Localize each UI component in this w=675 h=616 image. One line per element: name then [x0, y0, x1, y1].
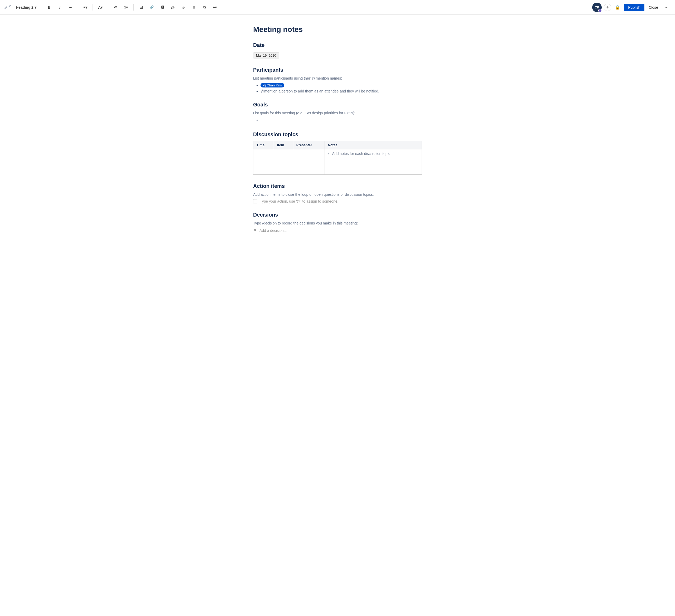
plus-chevron-icon: ▾ — [215, 5, 217, 9]
table-header-row: Time Item Presenter Notes — [253, 141, 422, 149]
col-time: Time — [253, 141, 274, 149]
toolbar-right: CK + 🔒 Publish Close ··· — [592, 3, 671, 12]
separator-3 — [92, 4, 93, 10]
add-collaborator-button[interactable]: + — [604, 4, 611, 11]
close-button[interactable]: Close — [647, 4, 660, 11]
table-row: Add notes for each discussion topic — [253, 149, 422, 162]
image-button[interactable]: 🖼 — [158, 3, 166, 12]
table-icon: ⊞ — [193, 5, 196, 9]
color-icon: A — [98, 5, 101, 9]
separator-4 — [108, 4, 108, 10]
align-icon: ≡ — [83, 5, 85, 9]
layout-button[interactable]: ⧉ — [200, 3, 209, 12]
text-color-button[interactable]: A ▾ — [96, 3, 105, 12]
table-button[interactable]: ⊞ — [190, 3, 198, 12]
discussion-heading: Discussion topics — [253, 131, 422, 138]
list-item: @Chan Kim — [260, 83, 422, 87]
more-format-icon: ··· — [69, 5, 72, 9]
decision-row: ⚑ Add a decision... — [253, 228, 422, 233]
cell-item-2[interactable] — [274, 162, 293, 175]
notes-bullet-list: Add notes for each discussion topic — [328, 152, 419, 156]
avatar-initials: CK — [595, 6, 599, 9]
decisions-heading: Decisions — [253, 212, 422, 218]
cell-presenter-2[interactable] — [293, 162, 324, 175]
cell-time-1[interactable] — [253, 149, 274, 162]
discussion-table: Time Item Presenter Notes Add notes for … — [253, 141, 422, 175]
decision-placeholder[interactable]: Add a decision... — [259, 229, 287, 233]
list-item: @mention a person to add them as an atte… — [260, 89, 422, 93]
close-label: Close — [649, 5, 658, 9]
page-title[interactable]: Meeting notes — [253, 25, 422, 34]
link-icon: 🔗 — [150, 5, 154, 9]
content-area: Meeting notes Date Mar 19, 2020 Particip… — [237, 15, 438, 262]
action-items-section: Action items Add action items to close t… — [253, 183, 422, 203]
numbered-list-button[interactable]: 1≡ — [122, 3, 130, 12]
action-item-row: Type your action, use '@' to assign to s… — [253, 199, 422, 203]
toolbar: Heading 2 ▾ B I ··· ≡ ▾ A ▾ •≡ 1≡ ☑ 🔗 — [0, 0, 675, 15]
heading-selector-label: Heading 2 — [16, 5, 33, 9]
publish-label: Publish — [628, 5, 640, 9]
list-item[interactable] — [260, 118, 422, 123]
more-options-icon: ··· — [664, 4, 668, 10]
table-row — [253, 162, 422, 175]
avatar-badge — [598, 9, 602, 12]
separator-1 — [42, 4, 42, 10]
cell-item-1[interactable] — [274, 149, 293, 162]
cell-presenter-1[interactable] — [293, 149, 324, 162]
col-presenter: Presenter — [293, 141, 324, 149]
align-chevron-icon: ▾ — [85, 5, 87, 9]
more-options-button[interactable]: ··· — [662, 3, 671, 12]
lock-button[interactable]: 🔒 — [613, 3, 622, 12]
italic-button[interactable]: I — [56, 3, 64, 12]
action-items-hint: Add action items to close the loop on op… — [253, 192, 422, 196]
numbered-list-icon: 1≡ — [124, 6, 128, 9]
separator-2 — [78, 4, 78, 10]
publish-button[interactable]: Publish — [624, 4, 645, 11]
more-format-button[interactable]: ··· — [66, 3, 75, 12]
heading-selector[interactable]: Heading 2 ▾ — [14, 3, 39, 12]
cell-notes-1[interactable]: Add notes for each discussion topic — [324, 149, 422, 162]
decisions-section: Decisions Type /decision to record the d… — [253, 212, 422, 233]
discussion-section: Discussion topics Time Item Presenter No… — [253, 131, 422, 175]
notes-bullet-item: Add notes for each discussion topic — [332, 152, 419, 156]
bold-button[interactable]: B — [45, 3, 54, 12]
image-icon: 🖼 — [161, 5, 164, 9]
link-button[interactable]: 🔗 — [147, 3, 156, 12]
participants-hint: List meeting participants using their @m… — [253, 76, 422, 80]
col-item: Item — [274, 141, 293, 149]
emoji-icon: ☺ — [181, 5, 185, 9]
mention-tag[interactable]: @Chan Kim — [260, 83, 284, 87]
action-checkbox[interactable] — [253, 199, 257, 203]
cell-time-2[interactable] — [253, 162, 274, 175]
task-button[interactable]: ☑ — [137, 3, 145, 12]
goals-heading: Goals — [253, 102, 422, 108]
date-section: Date Mar 19, 2020 — [253, 42, 422, 59]
confluence-logo[interactable] — [4, 3, 12, 11]
italic-icon: I — [59, 5, 60, 9]
add-icon: + — [606, 5, 609, 10]
chevron-down-icon: ▾ — [34, 5, 36, 9]
col-notes: Notes — [324, 141, 422, 149]
align-button[interactable]: ≡ ▾ — [81, 3, 89, 12]
decisions-hint: Type /decision to record the decisions y… — [253, 221, 422, 225]
separator-5 — [133, 4, 134, 10]
goals-list — [253, 118, 422, 123]
more-insert-button[interactable]: + ▾ — [211, 3, 219, 12]
layout-icon: ⧉ — [203, 5, 206, 9]
participants-list: @Chan Kim @mention a person to add them … — [253, 83, 422, 93]
date-heading: Date — [253, 42, 422, 48]
bullet-list-icon: •≡ — [114, 5, 118, 10]
decision-icon: ⚑ — [253, 228, 257, 233]
avatar[interactable]: CK — [592, 3, 602, 12]
goals-hint: List goals for this meeting (e.g., Set d… — [253, 111, 422, 115]
emoji-button[interactable]: ☺ — [179, 3, 188, 12]
mention-button[interactable]: @ — [168, 3, 177, 12]
bullet-list-button[interactable]: •≡ — [111, 3, 120, 12]
cell-notes-2[interactable] — [324, 162, 422, 175]
color-chevron-icon: ▾ — [101, 5, 102, 9]
lock-icon: 🔒 — [615, 5, 620, 10]
goals-section: Goals List goals for this meeting (e.g.,… — [253, 102, 422, 123]
date-badge[interactable]: Mar 19, 2020 — [253, 53, 279, 59]
participants-section: Participants List meeting participants u… — [253, 67, 422, 93]
action-placeholder[interactable]: Type your action, use '@' to assign to s… — [260, 199, 338, 203]
